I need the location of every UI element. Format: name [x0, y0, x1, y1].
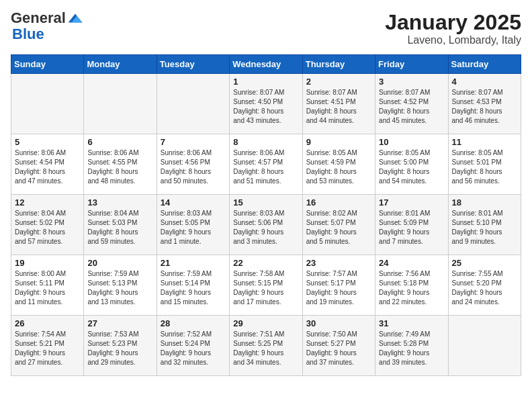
day-info: Sunrise: 8:05 AM Sunset: 5:00 PM Dayligh…: [379, 148, 444, 186]
day-info: Sunrise: 8:01 AM Sunset: 5:10 PM Dayligh…: [452, 209, 517, 246]
calendar-cell: 9Sunrise: 8:05 AM Sunset: 4:59 PM Daylig…: [302, 134, 375, 195]
calendar-cell: 29Sunrise: 7:51 AM Sunset: 5:25 PM Dayli…: [230, 316, 302, 376]
calendar-cell: 31Sunrise: 7:49 AM Sunset: 5:28 PM Dayli…: [375, 316, 448, 376]
day-info: Sunrise: 8:07 AM Sunset: 4:51 PM Dayligh…: [306, 88, 371, 126]
day-info: Sunrise: 7:59 AM Sunset: 5:13 PM Dayligh…: [87, 269, 152, 307]
calendar-cell: 2Sunrise: 8:07 AM Sunset: 4:51 PM Daylig…: [302, 74, 375, 134]
day-number: 13: [87, 197, 152, 208]
day-number: 15: [233, 197, 298, 208]
calendar-cell: [157, 74, 229, 134]
day-number: 17: [379, 197, 444, 208]
day-info: Sunrise: 8:06 AM Sunset: 4:55 PM Dayligh…: [87, 148, 152, 186]
header-day-monday: Monday: [84, 55, 157, 74]
day-number: 26: [15, 318, 80, 328]
title-block: January 2025 Laveno, Lombardy, Italy: [385, 11, 521, 46]
day-info: Sunrise: 8:03 AM Sunset: 5:05 PM Dayligh…: [161, 209, 226, 246]
day-info: Sunrise: 7:58 AM Sunset: 5:15 PM Dayligh…: [233, 269, 298, 307]
day-info: Sunrise: 7:50 AM Sunset: 5:27 PM Dayligh…: [306, 330, 371, 367]
week-row-2: 12Sunrise: 8:04 AM Sunset: 5:02 PM Dayli…: [11, 195, 521, 255]
calendar-cell: 6Sunrise: 8:06 AM Sunset: 4:55 PM Daylig…: [84, 134, 157, 195]
logo-blue-text: Blue: [12, 26, 44, 43]
calendar-cell: 26Sunrise: 7:54 AM Sunset: 5:21 PM Dayli…: [11, 316, 84, 376]
calendar-cell: 22Sunrise: 7:58 AM Sunset: 5:15 PM Dayli…: [230, 255, 302, 316]
calendar-cell: 5Sunrise: 8:06 AM Sunset: 4:54 PM Daylig…: [11, 134, 84, 195]
day-number: 18: [452, 197, 517, 208]
week-row-3: 19Sunrise: 8:00 AM Sunset: 5:11 PM Dayli…: [11, 255, 521, 316]
day-number: 31: [379, 318, 444, 328]
day-number: 5: [15, 137, 80, 147]
calendar-cell: 3Sunrise: 8:07 AM Sunset: 4:52 PM Daylig…: [375, 74, 448, 134]
month-title: January 2025: [385, 11, 521, 34]
day-info: Sunrise: 7:56 AM Sunset: 5:18 PM Dayligh…: [379, 269, 444, 307]
calendar-cell: 19Sunrise: 8:00 AM Sunset: 5:11 PM Dayli…: [11, 255, 84, 316]
day-number: 11: [452, 137, 517, 147]
calendar-cell: 16Sunrise: 8:02 AM Sunset: 5:07 PM Dayli…: [302, 195, 375, 255]
calendar-cell: 7Sunrise: 8:06 AM Sunset: 4:56 PM Daylig…: [157, 134, 229, 195]
logo-general-text: General: [11, 11, 66, 26]
location-title: Laveno, Lombardy, Italy: [385, 34, 521, 46]
logo: General Blue: [11, 11, 83, 43]
calendar-header: SundayMondayTuesdayWednesdayThursdayFrid…: [11, 55, 521, 74]
day-number: 30: [306, 318, 371, 328]
day-info: Sunrise: 8:04 AM Sunset: 5:03 PM Dayligh…: [87, 209, 152, 246]
day-number: 4: [452, 77, 517, 87]
day-info: Sunrise: 8:06 AM Sunset: 4:54 PM Dayligh…: [15, 148, 80, 186]
calendar-cell: 1Sunrise: 8:07 AM Sunset: 4:50 PM Daylig…: [230, 74, 302, 134]
week-row-1: 5Sunrise: 8:06 AM Sunset: 4:54 PM Daylig…: [11, 134, 521, 195]
calendar-cell: 8Sunrise: 8:06 AM Sunset: 4:57 PM Daylig…: [230, 134, 302, 195]
day-number: 23: [306, 258, 371, 268]
day-info: Sunrise: 7:59 AM Sunset: 5:14 PM Dayligh…: [161, 269, 226, 307]
day-info: Sunrise: 7:52 AM Sunset: 5:24 PM Dayligh…: [161, 330, 226, 367]
day-info: Sunrise: 8:05 AM Sunset: 4:59 PM Dayligh…: [306, 148, 371, 186]
day-number: 10: [379, 137, 444, 147]
header-day-thursday: Thursday: [302, 55, 375, 74]
calendar-cell: 21Sunrise: 7:59 AM Sunset: 5:14 PM Dayli…: [157, 255, 229, 316]
calendar-cell: 23Sunrise: 7:57 AM Sunset: 5:17 PM Dayli…: [302, 255, 375, 316]
day-number: 12: [15, 197, 80, 208]
header-day-saturday: Saturday: [448, 55, 521, 74]
day-info: Sunrise: 7:54 AM Sunset: 5:21 PM Dayligh…: [15, 330, 80, 367]
calendar-cell: 30Sunrise: 7:50 AM Sunset: 5:27 PM Dayli…: [302, 316, 375, 376]
calendar-table: SundayMondayTuesdayWednesdayThursdayFrid…: [11, 54, 521, 376]
day-number: 22: [233, 258, 298, 268]
day-info: Sunrise: 8:06 AM Sunset: 4:56 PM Dayligh…: [161, 148, 226, 186]
day-info: Sunrise: 8:00 AM Sunset: 5:11 PM Dayligh…: [15, 269, 80, 307]
header-day-wednesday: Wednesday: [230, 55, 302, 74]
week-row-0: 1Sunrise: 8:07 AM Sunset: 4:50 PM Daylig…: [11, 74, 521, 134]
day-number: 21: [161, 258, 226, 268]
calendar-cell: 12Sunrise: 8:04 AM Sunset: 5:02 PM Dayli…: [11, 195, 84, 255]
day-info: Sunrise: 8:04 AM Sunset: 5:02 PM Dayligh…: [15, 209, 80, 246]
day-info: Sunrise: 8:07 AM Sunset: 4:53 PM Dayligh…: [452, 88, 517, 126]
day-number: 9: [306, 137, 371, 147]
page-header: General Blue January 2025 Laveno, Lombar…: [11, 11, 521, 46]
calendar-cell: 25Sunrise: 7:55 AM Sunset: 5:20 PM Dayli…: [448, 255, 521, 316]
calendar-cell: [11, 74, 84, 134]
header-row: SundayMondayTuesdayWednesdayThursdayFrid…: [11, 55, 521, 74]
header-day-sunday: Sunday: [11, 55, 84, 74]
day-info: Sunrise: 8:05 AM Sunset: 5:01 PM Dayligh…: [452, 148, 517, 186]
day-info: Sunrise: 7:51 AM Sunset: 5:25 PM Dayligh…: [233, 330, 298, 367]
day-number: 27: [87, 318, 152, 328]
day-info: Sunrise: 7:55 AM Sunset: 5:20 PM Dayligh…: [452, 269, 517, 307]
calendar-cell: 4Sunrise: 8:07 AM Sunset: 4:53 PM Daylig…: [448, 74, 521, 134]
day-number: 28: [161, 318, 226, 328]
calendar-cell: 28Sunrise: 7:52 AM Sunset: 5:24 PM Dayli…: [157, 316, 229, 376]
calendar-cell: 13Sunrise: 8:04 AM Sunset: 5:03 PM Dayli…: [84, 195, 157, 255]
logo-icon: [67, 11, 83, 25]
day-info: Sunrise: 7:49 AM Sunset: 5:28 PM Dayligh…: [379, 330, 444, 367]
day-number: 6: [87, 137, 152, 147]
week-row-4: 26Sunrise: 7:54 AM Sunset: 5:21 PM Dayli…: [11, 316, 521, 376]
day-number: 25: [452, 258, 517, 268]
day-number: 24: [379, 258, 444, 268]
calendar-cell: 24Sunrise: 7:56 AM Sunset: 5:18 PM Dayli…: [375, 255, 448, 316]
day-info: Sunrise: 8:07 AM Sunset: 4:50 PM Dayligh…: [233, 88, 298, 126]
calendar-cell: 10Sunrise: 8:05 AM Sunset: 5:00 PM Dayli…: [375, 134, 448, 195]
day-info: Sunrise: 8:06 AM Sunset: 4:57 PM Dayligh…: [233, 148, 298, 186]
calendar-cell: [448, 316, 521, 376]
day-info: Sunrise: 8:02 AM Sunset: 5:07 PM Dayligh…: [306, 209, 371, 246]
day-info: Sunrise: 8:07 AM Sunset: 4:52 PM Dayligh…: [379, 88, 444, 126]
calendar-cell: 14Sunrise: 8:03 AM Sunset: 5:05 PM Dayli…: [157, 195, 229, 255]
day-number: 20: [87, 258, 152, 268]
header-day-tuesday: Tuesday: [157, 55, 229, 74]
day-number: 2: [306, 77, 371, 87]
